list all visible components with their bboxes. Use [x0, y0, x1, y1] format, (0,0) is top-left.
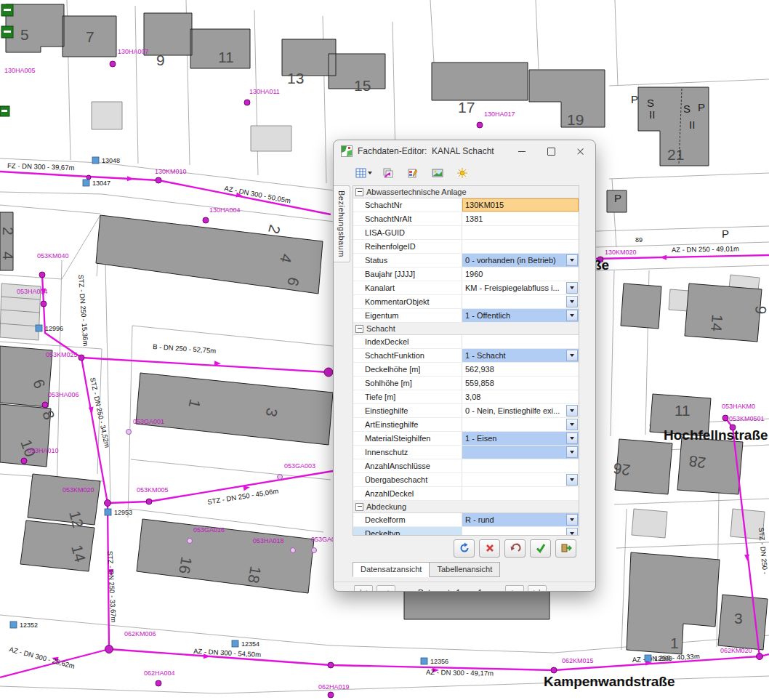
- field-label[interactable]: SchachtNrAlt: [353, 212, 462, 225]
- table-view-icon[interactable]: [354, 165, 373, 181]
- field-value[interactable]: [462, 446, 579, 459]
- property-grid[interactable]: Abwassertechnische AnlageSchachtNr130KM0…: [353, 185, 579, 536]
- field-value[interactable]: [462, 527, 579, 536]
- field-value[interactable]: [462, 335, 579, 348]
- field-value[interactable]: [462, 487, 579, 500]
- field-label[interactable]: Deckelhöhe [m]: [353, 363, 462, 376]
- field-label[interactable]: MaterialSteighilfen: [353, 432, 462, 445]
- field-label[interactable]: Status: [353, 254, 462, 267]
- last-record-button[interactable]: ▶|: [528, 585, 547, 592]
- tab-tabellenansicht[interactable]: Tabellenansicht: [430, 562, 500, 577]
- dropdown-arrow-icon[interactable]: [566, 405, 578, 417]
- close-button[interactable]: [575, 146, 585, 156]
- edit-attributes-icon[interactable]: [403, 165, 422, 181]
- feature-id-label: 062KM015: [562, 657, 594, 664]
- record-navigator: |◀ ◀ Datensatz 1 von 1 ▶ ▶|: [334, 582, 595, 592]
- next-record-button[interactable]: ▶: [505, 585, 524, 592]
- field-label[interactable]: Deckelform: [353, 513, 462, 526]
- collapse-icon[interactable]: [355, 325, 363, 333]
- collapse-icon[interactable]: [355, 503, 363, 511]
- section-header[interactable]: Abwassertechnische Anlage: [353, 186, 579, 198]
- field-value[interactable]: 3,08: [462, 390, 579, 403]
- section-header[interactable]: Schacht: [353, 323, 579, 335]
- previous-record-button[interactable]: ◀: [377, 585, 395, 592]
- field-label[interactable]: Sohlhöhe [m]: [353, 377, 462, 390]
- titlebar[interactable]: Fachdaten-Editor: KANAL Schacht: [334, 140, 595, 162]
- dropdown-arrow-icon[interactable]: [566, 254, 578, 266]
- field-label[interactable]: Übergabeschacht: [353, 473, 462, 486]
- apply-button[interactable]: [530, 539, 551, 558]
- field-label[interactable]: AnzahlAnschlüsse: [353, 459, 462, 472]
- feature-id-label: 130HA017: [484, 110, 515, 118]
- field-label[interactable]: IndexDeckel: [353, 335, 462, 348]
- field-label[interactable]: SchachtNr: [353, 198, 462, 212]
- minimize-button[interactable]: [517, 146, 527, 156]
- field-value[interactable]: 562,938: [462, 363, 579, 376]
- dropdown-arrow-icon[interactable]: [566, 296, 578, 307]
- feature-id-label: 053GA003: [284, 462, 315, 470]
- section-header[interactable]: Abdeckung: [353, 501, 579, 513]
- field-value[interactable]: [462, 226, 579, 239]
- property-row: KommentarObjekt: [353, 295, 579, 309]
- maximize-button[interactable]: [546, 146, 556, 156]
- field-value[interactable]: [462, 418, 579, 431]
- field-label[interactable]: Tiefe [m]: [353, 390, 462, 403]
- field-value[interactable]: 0 - vorhanden (in Betrieb): [462, 254, 579, 267]
- property-row: MaterialSteighilfen1 - Eisen: [353, 432, 579, 446]
- field-label[interactable]: Kanalart: [353, 281, 462, 294]
- map-letter-label: S: [683, 102, 691, 115]
- field-label[interactable]: AnzahlDeckel: [353, 487, 462, 500]
- field-label[interactable]: ReihenfolgeID: [353, 240, 462, 253]
- map-letter-label: P: [631, 93, 638, 105]
- flash-icon[interactable]: [453, 165, 472, 181]
- field-label[interactable]: KommentarObjekt: [353, 295, 462, 308]
- field-value[interactable]: R - rund: [462, 513, 579, 526]
- dialog-toolbar: [334, 162, 595, 184]
- dropdown-arrow-icon[interactable]: [566, 474, 578, 486]
- field-value[interactable]: [462, 473, 579, 486]
- field-label[interactable]: ArtEinstieghilfe: [353, 418, 462, 431]
- dropdown-arrow-icon[interactable]: [566, 514, 578, 526]
- field-value[interactable]: [462, 459, 579, 472]
- dropdown-arrow-icon[interactable]: [566, 528, 578, 536]
- dropdown-arrow-icon[interactable]: [566, 446, 578, 458]
- pipe-dimension-label: AZ - DN 250 - 49,01m: [672, 244, 739, 254]
- field-label[interactable]: SchachtFunktion: [353, 349, 462, 362]
- property-row: Tiefe [m]3,08: [353, 390, 579, 404]
- transfer-attributes-icon[interactable]: [379, 165, 398, 181]
- field-value[interactable]: [462, 295, 579, 308]
- collapse-icon[interactable]: [355, 188, 363, 196]
- first-record-button[interactable]: |◀: [354, 585, 373, 592]
- field-value[interactable]: KM - Freispiegelabfluss i...: [462, 281, 579, 294]
- dropdown-arrow-icon[interactable]: [566, 433, 578, 444]
- field-value[interactable]: 0 - Nein, Einstieghilfe exi...: [462, 404, 579, 417]
- dropdown-arrow-icon[interactable]: [566, 419, 578, 430]
- benchmark-label: 89: [635, 236, 643, 244]
- field-value[interactable]: 1 - Eisen: [462, 432, 579, 445]
- image-icon[interactable]: [428, 165, 447, 181]
- property-row: SchachtFunktion1 - Schacht: [353, 349, 579, 363]
- field-label[interactable]: LISA-GUID: [353, 226, 462, 239]
- field-value[interactable]: [462, 240, 579, 253]
- delete-button[interactable]: [479, 539, 500, 558]
- refresh-button[interactable]: [454, 539, 475, 558]
- field-label[interactable]: Baujahr [JJJJ]: [353, 267, 462, 281]
- field-value[interactable]: 130KM015: [462, 198, 579, 212]
- dropdown-arrow-icon[interactable]: [566, 350, 578, 361]
- field-value[interactable]: 559,858: [462, 377, 579, 390]
- field-label[interactable]: Deckeltyp: [353, 527, 462, 536]
- field-label[interactable]: Einstieghilfe: [353, 404, 462, 417]
- dropdown-arrow-icon[interactable]: [566, 310, 578, 321]
- field-value[interactable]: 1960: [462, 267, 579, 281]
- dropdown-arrow-icon[interactable]: [566, 282, 578, 294]
- tab-beziehungsbaum[interactable]: Beziehungsbaum: [334, 185, 350, 262]
- field-value[interactable]: 1 - Schacht: [462, 349, 579, 362]
- field-value[interactable]: 1381: [462, 212, 579, 225]
- field-label[interactable]: Innenschutz: [353, 446, 462, 459]
- house-number-label: 11: [675, 402, 691, 419]
- undo-button[interactable]: [504, 539, 526, 558]
- field-value[interactable]: 1 - Öffentlich: [462, 309, 579, 322]
- tab-datensatzansicht[interactable]: Datensatzansicht: [353, 562, 430, 577]
- field-label[interactable]: Eigentum: [353, 309, 462, 322]
- transfer-button[interactable]: [555, 539, 576, 558]
